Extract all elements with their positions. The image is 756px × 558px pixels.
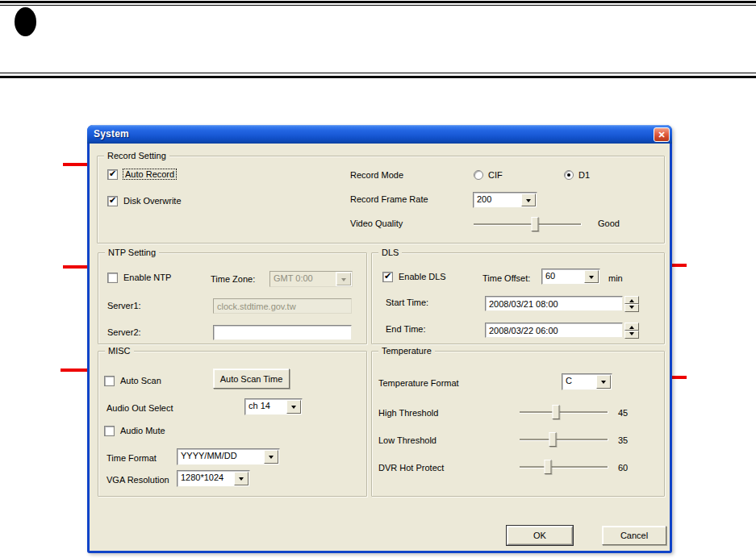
disk-overwrite-checkbox[interactable] — [107, 196, 118, 206]
auto-record-label: Auto Record — [123, 169, 176, 179]
record-frame-rate-select[interactable]: 200 — [473, 192, 537, 208]
video-quality-slider[interactable] — [474, 217, 582, 231]
server2-label: Server2: — [107, 327, 141, 337]
audio-mute-checkbox[interactable] — [104, 426, 115, 436]
chevron-down-icon[interactable] — [264, 450, 278, 464]
enable-dls-checkbox[interactable] — [382, 272, 393, 282]
d1-radio[interactable] — [564, 170, 574, 180]
high-threshold-slider-track — [520, 411, 608, 414]
chevron-down-icon — [336, 273, 351, 285]
record-frame-rate-value: 200 — [474, 193, 520, 207]
group-misc-legend: MISC — [105, 346, 134, 356]
video-quality-label: Video Quality — [350, 219, 403, 228]
time-zone-label: Time Zone: — [211, 274, 255, 284]
spin-down-icon[interactable] — [624, 304, 639, 312]
end-time-input[interactable]: 2008/03/22 06:00 — [485, 323, 623, 338]
auto-record-checkbox[interactable] — [107, 169, 118, 180]
dialog-title: System — [94, 128, 129, 140]
cif-radio-label: CIF — [488, 170, 503, 180]
record-mode-d1-radio-row[interactable]: D1 — [564, 169, 590, 181]
dvr-hot-protect-slider-thumb[interactable] — [545, 460, 552, 474]
enable-ntp-checkbox-row[interactable]: Enable NTP — [107, 271, 171, 284]
video-quality-level-label: Good — [598, 219, 620, 228]
record-mode-label: Record Mode — [350, 170, 403, 180]
group-ntp-setting: NTP Setting Enable NTP Time Zone: GMT 0:… — [98, 252, 367, 344]
enable-ntp-checkbox[interactable] — [107, 273, 118, 283]
spin-up-icon[interactable] — [624, 323, 639, 331]
auto-scan-label: Auto Scan — [120, 376, 161, 385]
temperature-format-label: Temperature Format — [378, 378, 459, 388]
low-threshold-slider-thumb[interactable] — [549, 432, 556, 447]
dvr-hot-protect-value: 60 — [618, 463, 628, 473]
low-threshold-value: 35 — [618, 435, 628, 445]
dvr-hot-protect-slider[interactable] — [520, 460, 608, 474]
low-threshold-slider[interactable] — [520, 432, 608, 447]
ok-button[interactable]: OK — [507, 526, 573, 545]
disk-overwrite-label: Disk Overwrite — [123, 196, 182, 206]
end-time-spinner[interactable] — [624, 323, 639, 338]
vga-resolution-label: VGA Resolution — [107, 475, 169, 485]
group-temperature-legend: Temperature — [378, 346, 435, 356]
high-threshold-slider[interactable] — [520, 405, 608, 419]
spin-up-icon[interactable] — [624, 296, 639, 304]
high-threshold-value: 45 — [618, 408, 628, 418]
cancel-button[interactable]: Cancel — [602, 526, 666, 545]
auto-scan-time-button[interactable]: Auto Scan Time — [213, 369, 290, 389]
close-icon[interactable] — [654, 127, 670, 142]
group-ntp-setting-legend: NTP Setting — [105, 248, 159, 258]
record-frame-rate-label: Record Frame Rate — [350, 194, 428, 204]
audio-out-select-value: ch 14 — [245, 399, 286, 414]
header-rule-thick — [0, 1, 756, 3]
chevron-down-icon[interactable] — [584, 270, 599, 283]
dvr-hot-protect-label: DVR Hot Protect — [378, 463, 444, 473]
high-threshold-slider-thumb[interactable] — [553, 405, 560, 419]
time-zone-value: GMT 0:00 — [270, 272, 336, 286]
group-dls-legend: DLS — [378, 248, 402, 258]
server1-input: clock.stdtime.gov.tw — [213, 298, 352, 314]
start-time-spinner[interactable] — [624, 296, 639, 311]
system-dialog: System Record Setting Auto Record Disk O… — [87, 125, 672, 553]
dialog-titlebar[interactable]: System — [87, 125, 672, 144]
time-format-select[interactable]: YYYY/MM/DD — [177, 448, 280, 465]
audio-mute-label: Audio Mute — [120, 426, 165, 435]
time-format-label: Time Format — [107, 453, 157, 463]
group-misc: MISC Auto Scan Auto Scan Time Audio Out … — [98, 351, 367, 497]
high-threshold-label: High Threshold — [378, 408, 438, 418]
chevron-down-icon[interactable] — [286, 400, 301, 414]
chevron-down-icon[interactable] — [596, 375, 611, 389]
temperature-format-select[interactable]: C — [562, 373, 612, 390]
group-record-setting-legend: Record Setting — [104, 151, 169, 161]
start-time-label: Start Time: — [386, 298, 428, 307]
group-dls: DLS Enable DLS Time Offset: 60 min Start… — [371, 252, 665, 344]
audio-out-select-label: Audio Out Select — [107, 403, 173, 413]
server1-label: Server1: — [107, 301, 141, 310]
chevron-down-icon[interactable] — [521, 194, 536, 206]
video-quality-slider-thumb[interactable] — [532, 217, 539, 231]
group-record-setting: Record Setting Auto Record Disk Overwrit… — [97, 156, 665, 244]
section-rule-thick — [0, 76, 756, 78]
enable-dls-checkbox-row[interactable]: Enable DLS — [382, 270, 446, 283]
time-offset-value: 60 — [542, 269, 583, 284]
vga-resolution-select[interactable]: 1280*1024 — [177, 470, 250, 487]
audio-mute-checkbox-row[interactable]: Audio Mute — [104, 424, 165, 437]
chevron-down-icon[interactable] — [234, 472, 249, 485]
auto-scan-checkbox-row[interactable]: Auto Scan — [104, 374, 161, 387]
enable-dls-label: Enable DLS — [399, 272, 446, 281]
audio-out-select[interactable]: ch 14 — [244, 398, 303, 415]
auto-scan-checkbox[interactable] — [104, 376, 115, 386]
auto-record-checkbox-row[interactable]: Auto Record — [107, 168, 176, 181]
server2-input[interactable] — [213, 325, 352, 340]
disk-overwrite-checkbox-row[interactable]: Disk Overwrite — [107, 194, 182, 207]
record-mode-cif-radio-row[interactable]: CIF — [474, 169, 503, 181]
document-page: System Record Setting Auto Record Disk O… — [0, 0, 756, 558]
video-quality-slider-track — [474, 223, 582, 226]
time-zone-select: GMT 0:00 — [269, 271, 353, 287]
low-threshold-slider-track — [520, 439, 608, 441]
group-temperature: Temperature Temperature Format C High Th… — [371, 351, 665, 497]
time-offset-unit-label: min — [608, 273, 623, 283]
time-offset-label: Time Offset: — [482, 273, 530, 283]
spin-down-icon[interactable] — [624, 331, 639, 339]
time-offset-select[interactable]: 60 — [541, 269, 600, 285]
cif-radio[interactable] — [474, 170, 483, 180]
start-time-input[interactable]: 2008/03/21 08:00 — [485, 296, 623, 311]
